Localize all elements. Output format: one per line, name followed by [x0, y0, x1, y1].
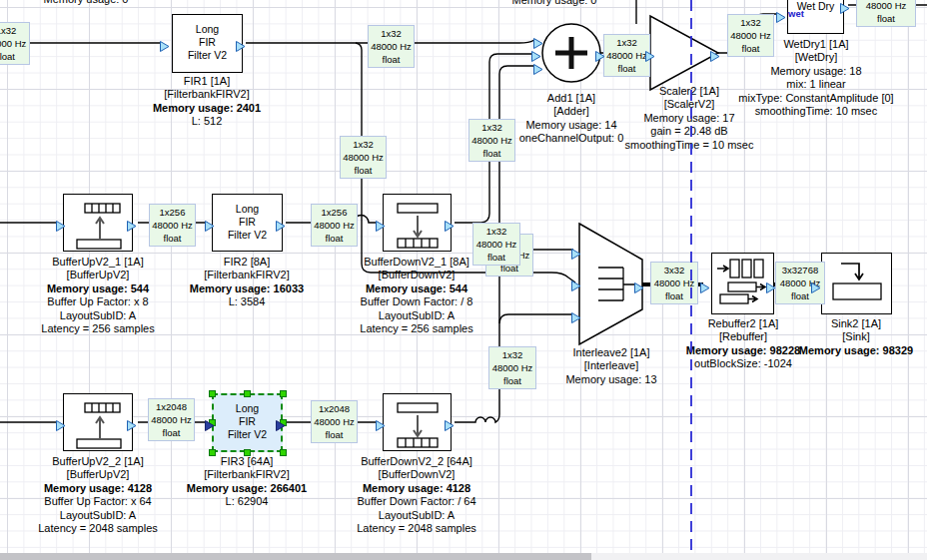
caption-fir2: FIR2 [8A][FilterbankFIRV2] Memory usage:…: [190, 256, 304, 309]
block-fir3-selected[interactable]: LongFIRFilter V2: [212, 393, 283, 452]
wire-label: 1x25648000 Hzfloat: [149, 204, 196, 247]
caption-add1: Add1 [1A][Adder] Memory usage: 14oneChan…: [519, 92, 624, 146]
caption-bufferdown2: BufferDownV2_2 [64A][BufferDownV2] Memor…: [357, 455, 476, 535]
interleave2-output-pin[interactable]: [634, 280, 644, 290]
block-fir1[interactable]: LongFIRFilter V2: [172, 14, 243, 73]
schematic-canvas[interactable]: LongFIRFilter V2 LongFIRFilter V2: [0, 0, 927, 560]
interleave2-input-pin-1[interactable]: [571, 246, 581, 257]
block-bufferup2[interactable]: [63, 393, 133, 451]
caption-fir1: FIR1 [1A][FilterbankFIRV2] Memory usage:…: [153, 75, 261, 129]
wire-label: 1x3248000 Hzfloat: [488, 346, 536, 389]
block-title: LongFIRFilter V2: [213, 203, 282, 242]
caption-bufferup1: BufferUpV2_1 [1A][BufferUpV2] Memory usa…: [41, 256, 154, 335]
selection-handle[interactable]: [209, 449, 216, 456]
wire-label: 1x3248000 Hzfloat: [468, 119, 515, 162]
caption-bufferup2: BufferUpV2_2 [1A][BufferUpV2] Memory usa…: [38, 455, 158, 535]
wire-label: 1x25648000 Hzfloat: [311, 204, 358, 247]
rebuffer2-input-pin[interactable]: [700, 280, 710, 290]
add1-output-pin[interactable]: [595, 48, 605, 59]
horizontal-scrollbar[interactable]: [0, 553, 927, 560]
fir1-output-pin[interactable]: [236, 38, 246, 49]
buffer-up-icon: [65, 394, 132, 449]
interleave2-input-pin-3[interactable]: [571, 309, 581, 320]
caption-scaler2: Scaler2 [1A][ScalerV2] Memory usage: 17g…: [625, 85, 754, 152]
wire-label: 1x204848000 Hzfloat: [148, 398, 195, 441]
fir3-input-pin[interactable]: [205, 417, 215, 428]
rebuffer-icon: [713, 254, 773, 312]
bufferdown1-input-pin[interactable]: [376, 218, 386, 229]
add1-input-pin-2[interactable]: [531, 48, 541, 59]
add1-input-pin-1[interactable]: [533, 35, 543, 46]
horizontal-scrollbar-thumb[interactable]: [0, 553, 591, 560]
clipped-caption-top-left: Memory usage: 0: [44, 0, 129, 5]
block-sink2[interactable]: [821, 253, 892, 314]
block-fir2[interactable]: LongFIRFilter V2: [212, 194, 283, 252]
selection-handle[interactable]: [280, 390, 287, 397]
wire-band3-to-interleave[interactable]: [499, 314, 573, 323]
interleave2-node[interactable]: [579, 224, 642, 344]
buffer-up-icon: [65, 195, 132, 250]
bufferup1-input-pin[interactable]: [56, 218, 66, 229]
caption-interleave2: Interleave2 [1A][Interleave] Memory usag…: [565, 346, 656, 386]
sink-icon: [823, 254, 891, 312]
wire-label: 3x3248000 Hzfloat: [650, 262, 698, 304]
wire-label: 1x3248000 Hzfloat: [603, 34, 650, 77]
clipped-caption-top-mid: Memory usage: 0: [512, 0, 597, 6]
wire-label: 1x3248000 Hzfloat: [472, 223, 520, 266]
sink2-input-pin[interactable]: [811, 280, 821, 290]
buffer-down-icon: [385, 195, 451, 250]
caption-fir3: FIR3 [64A][FilterbankFIRV2] Memory usage…: [187, 455, 307, 509]
selection-handle[interactable]: [209, 390, 216, 397]
selection-handle[interactable]: [244, 449, 251, 456]
wire-label: 1x3248000 Hzfloat: [727, 14, 774, 57]
buffer-down-icon: [385, 394, 451, 449]
bufferdown2-input-pin[interactable]: [376, 417, 386, 428]
fir2-input-pin[interactable]: [205, 218, 215, 229]
wetdry1-output-pin[interactable]: [840, 0, 850, 11]
interleave-icon: [598, 268, 636, 300]
bufferup1-output-pin[interactable]: [127, 218, 137, 229]
fir1-input-pin[interactable]: [160, 38, 170, 49]
block-bufferup1[interactable]: [63, 194, 133, 252]
block-bufferdown1[interactable]: [383, 194, 452, 252]
add1-input-pin-3[interactable]: [533, 61, 543, 72]
plus-icon: [555, 37, 587, 69]
block-bufferdown2[interactable]: [383, 393, 452, 451]
fir3-output-pin[interactable]: [276, 417, 286, 428]
rebuffer2-output-pin[interactable]: [766, 280, 776, 290]
wire-label: 1x3248000 Hzfloat: [856, 0, 916, 27]
wetdry-wet-pin-label: wet: [788, 8, 804, 19]
caption-sink2: Sink2 [1A][Sink] Memory usage: 98329: [799, 317, 913, 357]
fir2-output-pin[interactable]: [276, 218, 286, 229]
wire-label: 1x3248000 Hzfloat: [0, 22, 30, 65]
bufferdown1-output-pin[interactable]: [445, 218, 455, 229]
add1-node[interactable]: [542, 24, 600, 82]
wetdry1-wet-input-pin[interactable]: [776, 9, 786, 20]
selection-handle[interactable]: [244, 390, 251, 397]
scaler2-input-pin[interactable]: [645, 48, 655, 59]
caption-rebuffer2: Rebuffer2 [1A][Rebuffer] Memory usage: 9…: [686, 317, 800, 371]
selection-handle[interactable]: [280, 449, 287, 456]
block-rebuffer2[interactable]: [711, 253, 774, 314]
block-title: LongFIRFilter V2: [214, 402, 281, 441]
caption-bufferdown1: BufferDownV2_1 [8A][BufferDownV2] Memory…: [360, 256, 472, 335]
wire-label: 1x204848000 Hzfloat: [311, 400, 358, 443]
interleave2-input-pin-2[interactable]: [571, 278, 581, 288]
wire-label: 1x3248000 Hzfloat: [340, 136, 387, 179]
bufferup2-output-pin[interactable]: [127, 417, 137, 428]
wire-label: 1x3248000 Hzfloat: [368, 25, 415, 68]
bufferup2-input-pin[interactable]: [56, 417, 66, 428]
scaler2-output-pin[interactable]: [710, 48, 720, 59]
bufferdown2-output-pin[interactable]: [445, 417, 455, 428]
scaler2-node[interactable]: [650, 16, 718, 90]
block-title: LongFIRFilter V2: [173, 23, 242, 62]
